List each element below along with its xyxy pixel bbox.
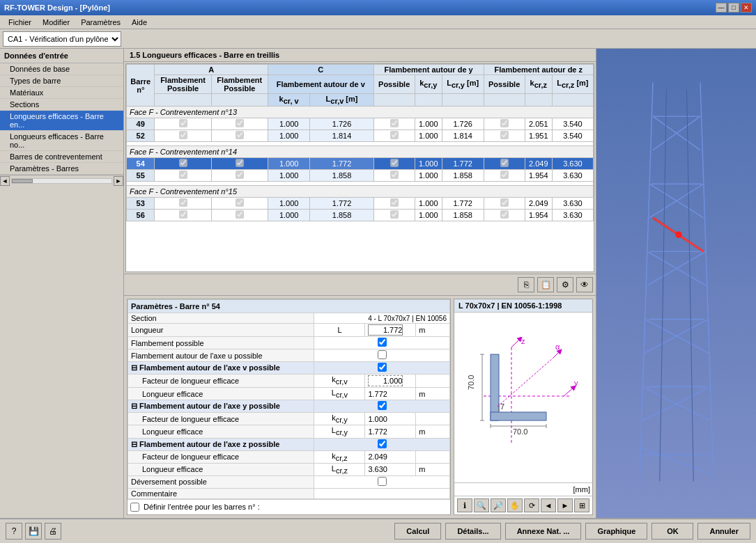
params-lcrv-value: 1.772 <box>365 388 416 400</box>
params-lcrv-label: Longueur efficace <box>128 388 314 400</box>
table-row[interactable]: 56 1.000 1.858 1.000 1.858 1.954 3.630 <box>127 210 594 221</box>
diag-export-icon[interactable]: ⊞ <box>574 498 589 512</box>
params-devers-chk <box>314 475 450 488</box>
case-selector[interactable]: CA1 - Vérification d'un pylône <box>3 31 121 47</box>
scroll-left-btn[interactable]: ◄ <box>0 176 10 186</box>
toolbar: CA1 - Vérification d'un pylône <box>0 29 756 49</box>
paste-icon-btn[interactable]: 📋 <box>537 277 554 292</box>
scroll-right-btn[interactable]: ► <box>114 176 123 186</box>
params-flamb-z-group-label: ⊟ Flambement autour de l'axe z possible <box>128 438 314 450</box>
svg-line-14 <box>564 387 574 396</box>
maximize-button[interactable]: □ <box>728 3 739 13</box>
menu-parametres[interactable]: Paramètres <box>75 17 126 28</box>
table-row[interactable]: 52 1.000 1.814 1.000 1.814 1.951 3.540 <box>127 130 594 142</box>
params-flamb-y-chk <box>314 400 450 413</box>
sidebar-item-barres-contre[interactable]: Barres de contreventement <box>0 151 123 163</box>
params-kcrv-symbol: kcr,v <box>314 375 365 388</box>
svg-line-18 <box>497 358 553 407</box>
params-lcrz-value: 3.630 <box>365 463 416 475</box>
menu-modifier[interactable]: Modifier <box>37 17 75 28</box>
svg-text:y: y <box>574 379 578 387</box>
th-lcry-sub <box>442 94 484 107</box>
sidebar-item-types-barre[interactable]: Types de barre <box>0 75 123 87</box>
th-flamb-poss-b: FlambementPossible <box>211 75 268 94</box>
th-lcry: Lcr,y [m] <box>442 75 484 94</box>
sidebar-item-sections[interactable]: Sections <box>0 99 123 111</box>
diag-reset-icon[interactable]: ⟳ <box>524 498 539 512</box>
table-row[interactable]: 53 1.000 1.772 1.000 1.772 2.049 3.630 <box>127 198 594 210</box>
th-flamb-z: Flambement autour de z <box>484 65 593 75</box>
window-controls: — □ ✕ <box>716 3 752 13</box>
sidebar-item-donnees-base[interactable]: Données de base <box>0 63 123 75</box>
sidebar-item-longueurs-v[interactable]: Longueurs efficaces - Barre en... <box>0 111 123 131</box>
params-panel: Paramètres - Barre n° 54 Section 4 - L 7… <box>124 295 596 518</box>
bottom-right: Calcul Détails... Annexe Nat. ... Graphi… <box>394 523 750 540</box>
annuler-button[interactable]: Annuler <box>697 523 750 540</box>
barre-52: 52 <box>127 130 155 142</box>
eye-icon-btn[interactable]: 👁 <box>576 277 593 292</box>
main-container: Données d'entrée Données de base Types d… <box>0 49 756 518</box>
params-table: Paramètres - Barre n° 54 Section 4 - L 7… <box>128 299 450 499</box>
close-button[interactable]: ✕ <box>741 3 752 13</box>
table-row-selected[interactable]: 54 1.000 1.772 1.000 1.772 2.049 3.630 <box>127 158 594 170</box>
table-area[interactable]: Barren° A C Flambement autour de y Flamb… <box>125 63 594 272</box>
svg-text:70.0: 70.0 <box>467 375 475 389</box>
params-title-row: Paramètres - Barre n° 54 <box>128 300 450 313</box>
menu-fichier[interactable]: Fichier <box>3 17 37 28</box>
params-lcrz-unit: m <box>416 463 450 475</box>
diag-prev-icon[interactable]: ◄ <box>541 498 556 512</box>
params-kcry-label: Facteur de longueur efficace <box>128 413 314 425</box>
copy-icon-btn[interactable]: ⎘ <box>518 277 534 292</box>
th-lcrz: Lcr,z [m] <box>552 75 593 94</box>
app-title: RF-TOWER Design - [Pylône] <box>4 3 110 12</box>
define-barres-checkbox[interactable] <box>130 503 139 512</box>
params-title: Paramètres - Barre n° 54 <box>128 300 450 313</box>
params-comment-row: Commentaire <box>128 488 450 498</box>
sidebar-item-materiaux[interactable]: Matériaux <box>0 87 123 99</box>
params-kcrz-value: 2.049 <box>365 450 416 463</box>
params-longueur-row: Longueur L m <box>128 324 450 337</box>
toolbar-save-btn[interactable]: 💾 <box>25 523 42 540</box>
graphique-button[interactable]: Graphique <box>585 523 647 540</box>
section-header: 1.5 Longueurs efficaces - Barre en treil… <box>124 49 596 62</box>
params-kcrv-row: Facteur de longueur efficace kcr,v <box>128 375 450 388</box>
details-button[interactable]: Détails... <box>445 523 500 540</box>
hscroll-thumb[interactable] <box>12 179 33 183</box>
annexe-button[interactable]: Annexe Nat. ... <box>505 523 582 540</box>
svg-line-16 <box>511 338 520 347</box>
menu-aide[interactable]: Aide <box>126 17 153 28</box>
diag-info-icon[interactable]: ℹ <box>457 498 472 512</box>
svg-line-40 <box>660 89 667 481</box>
svg-line-22 <box>700 83 713 489</box>
settings-icon-btn[interactable]: ⚙ <box>557 277 573 292</box>
group-header-13: Face F - Contreventement n°13 <box>127 107 594 118</box>
define-barres-label: Définir l'entrée pour les barres n° : <box>144 503 260 511</box>
ok-button[interactable]: OK <box>651 523 693 540</box>
svg-text:70.0: 70.0 <box>513 427 527 436</box>
th-lcrz-sub <box>552 94 593 107</box>
toolbar-print-btn[interactable]: 🖨 <box>45 523 61 540</box>
3d-view-inner[interactable] <box>596 49 756 518</box>
section-diagram-footer: [mm] <box>454 482 592 496</box>
th-kcrv: kcr, v <box>268 94 310 107</box>
sidebar-item-params-barres[interactable]: Paramètres - Barres <box>0 163 123 175</box>
diag-zoom-out-icon[interactable]: 🔎 <box>491 498 506 512</box>
sidebar-hscroll[interactable]: ◄ ► <box>0 175 123 186</box>
params-kcry-unit <box>416 413 450 425</box>
svg-rect-2 <box>491 354 499 420</box>
diag-pan-icon[interactable]: ✋ <box>507 498 523 512</box>
table-row[interactable]: 55 1.000 1.858 1.000 1.858 1.954 3.630 <box>127 170 594 182</box>
group-header-14: Face F - Contreventement n°14 <box>127 146 594 158</box>
th-kcry-sub <box>415 94 442 107</box>
main-table: Barren° A C Flambement autour de y Flamb… <box>126 64 594 221</box>
params-lcrv-unit: m <box>416 388 450 400</box>
params-lcry-unit: m <box>416 425 450 438</box>
calcul-button[interactable]: Calcul <box>394 523 441 540</box>
table-row[interactable]: 49 1.000 1.726 1.000 1.726 2.051 3.540 <box>127 118 594 130</box>
toolbar-help-btn[interactable]: ? <box>6 523 22 540</box>
diag-zoom-in-icon[interactable]: 🔍 <box>474 498 489 512</box>
svg-rect-3 <box>491 412 546 420</box>
diag-next-icon[interactable]: ► <box>557 498 573 512</box>
sidebar-item-longueurs-no[interactable]: Longueurs efficaces - Barre no... <box>0 131 123 151</box>
minimize-button[interactable]: — <box>716 3 727 13</box>
